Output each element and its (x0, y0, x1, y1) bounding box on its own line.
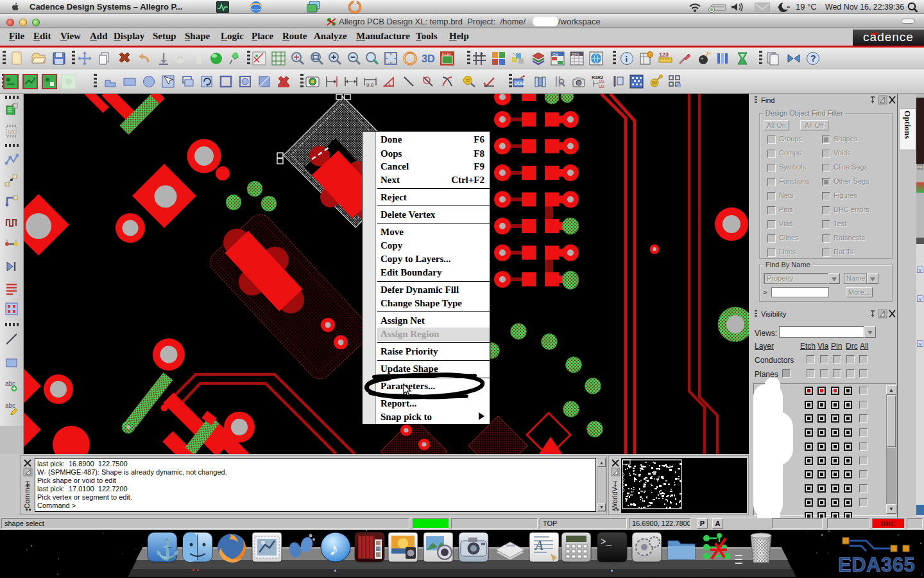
svg-text:i: i (626, 54, 628, 64)
svg-text:3D: 3D (422, 53, 434, 64)
svg-text:123: 123 (659, 51, 669, 58)
svg-text:ODB: ODB (515, 81, 525, 85)
svg-text:U1: U1 (8, 129, 15, 135)
svg-text:FLIP: FLIP (442, 52, 451, 57)
svg-text:EDA365: EDA365 (838, 554, 915, 576)
svg-text:TP: TP (652, 81, 658, 85)
svg-text:>_: >_ (601, 537, 612, 547)
svg-text:DFA: DFA (572, 53, 579, 57)
svg-text:♪: ♪ (329, 539, 338, 559)
svg-text:?: ? (810, 53, 816, 64)
svg-text:U1: U1 (599, 79, 604, 83)
svg-text:abc: abc (5, 402, 15, 409)
svg-text:CM: CM (552, 53, 558, 57)
svg-text:A: A (534, 538, 543, 552)
svg-text:0.0: 0.0 (366, 82, 374, 88)
svg-text:U2: U2 (599, 84, 604, 89)
svg-text:#: # (480, 51, 483, 58)
svg-text:⚓: ⚓ (155, 537, 179, 561)
